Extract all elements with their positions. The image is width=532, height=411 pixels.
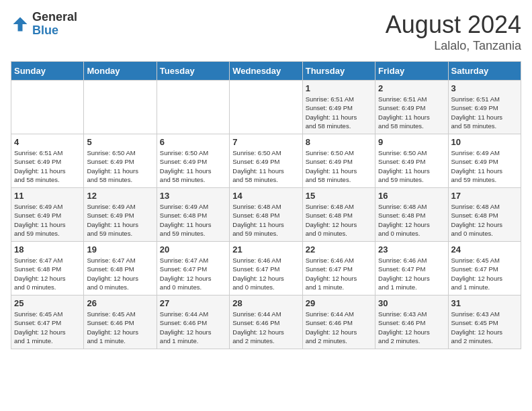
calendar-day-cell: 10Sunrise: 6:49 AM Sunset: 6:49 PM Dayli… — [448, 134, 521, 188]
day-info: Sunrise: 6:50 AM Sunset: 6:49 PM Dayligh… — [232, 148, 299, 184]
day-number: 31 — [451, 298, 518, 308]
calendar-day-cell: 26Sunrise: 6:45 AM Sunset: 6:46 PM Dayli… — [84, 295, 157, 349]
day-info: Sunrise: 6:47 AM Sunset: 6:48 PM Dayligh… — [14, 256, 81, 291]
day-info: Sunrise: 6:49 AM Sunset: 6:49 PM Dayligh… — [87, 202, 153, 238]
calendar-day-cell: 3Sunrise: 6:51 AM Sunset: 6:49 PM Daylig… — [448, 81, 521, 134]
day-number: 29 — [306, 298, 372, 308]
day-number: 12 — [87, 191, 153, 201]
day-number: 21 — [232, 244, 299, 255]
day-info: Sunrise: 6:49 AM Sunset: 6:49 PM Dayligh… — [14, 202, 81, 238]
calendar-day-cell: 29Sunrise: 6:44 AM Sunset: 6:46 PM Dayli… — [302, 295, 375, 349]
calendar-day-cell: 30Sunrise: 6:43 AM Sunset: 6:46 PM Dayli… — [375, 295, 448, 349]
logo-icon — [11, 15, 30, 34]
day-number: 25 — [14, 298, 81, 308]
calendar-day-cell: 20Sunrise: 6:47 AM Sunset: 6:47 PM Dayli… — [157, 242, 229, 295]
calendar-day-cell: 4Sunrise: 6:51 AM Sunset: 6:49 PM Daylig… — [11, 134, 84, 188]
calendar-day-cell: 1Sunrise: 6:51 AM Sunset: 6:49 PM Daylig… — [302, 81, 375, 134]
calendar-day-cell — [11, 81, 84, 134]
day-number: 30 — [378, 298, 445, 308]
day-number: 2 — [378, 83, 445, 93]
svg-marker-0 — [13, 17, 28, 31]
calendar-day-cell: 5Sunrise: 6:50 AM Sunset: 6:49 PM Daylig… — [84, 134, 157, 188]
calendar-day-cell: 18Sunrise: 6:47 AM Sunset: 6:48 PM Dayli… — [11, 242, 84, 295]
day-number: 6 — [160, 137, 226, 147]
weekday-header-cell: Thursday — [302, 62, 375, 81]
day-number: 13 — [160, 191, 226, 201]
calendar-body: 1Sunrise: 6:51 AM Sunset: 6:49 PM Daylig… — [11, 81, 521, 349]
calendar-day-cell: 23Sunrise: 6:46 AM Sunset: 6:47 PM Dayli… — [375, 242, 448, 295]
calendar-day-cell: 22Sunrise: 6:46 AM Sunset: 6:47 PM Dayli… — [302, 242, 375, 295]
calendar-table: SundayMondayTuesdayWednesdayThursdayFrid… — [11, 61, 521, 349]
calendar-week-row: 25Sunrise: 6:45 AM Sunset: 6:47 PM Dayli… — [11, 295, 521, 349]
day-number: 26 — [87, 298, 153, 308]
month-title: August 2024 — [386, 11, 521, 39]
calendar-day-cell: 27Sunrise: 6:44 AM Sunset: 6:46 PM Dayli… — [157, 295, 229, 349]
day-info: Sunrise: 6:45 AM Sunset: 6:46 PM Dayligh… — [87, 310, 153, 345]
calendar-day-cell: 13Sunrise: 6:49 AM Sunset: 6:48 PM Dayli… — [157, 188, 229, 242]
logo-general-text: General — [32, 11, 77, 24]
day-number: 4 — [14, 137, 81, 147]
weekday-header-cell: Wednesday — [230, 62, 302, 81]
day-info: Sunrise: 6:51 AM Sunset: 6:49 PM Dayligh… — [14, 148, 81, 184]
day-info: Sunrise: 6:45 AM Sunset: 6:47 PM Dayligh… — [451, 256, 518, 291]
day-number: 28 — [232, 298, 299, 308]
day-number: 23 — [378, 244, 445, 255]
day-info: Sunrise: 6:47 AM Sunset: 6:48 PM Dayligh… — [87, 256, 153, 291]
calendar-day-cell — [157, 81, 229, 134]
day-number: 1 — [306, 83, 372, 93]
calendar-day-cell: 14Sunrise: 6:48 AM Sunset: 6:48 PM Dayli… — [230, 188, 302, 242]
day-number: 3 — [451, 83, 518, 93]
day-number: 19 — [87, 244, 153, 255]
day-info: Sunrise: 6:48 AM Sunset: 6:48 PM Dayligh… — [451, 202, 518, 238]
day-info: Sunrise: 6:51 AM Sunset: 6:49 PM Dayligh… — [451, 95, 518, 130]
day-info: Sunrise: 6:50 AM Sunset: 6:49 PM Dayligh… — [87, 148, 153, 184]
day-info: Sunrise: 6:44 AM Sunset: 6:46 PM Dayligh… — [232, 310, 299, 345]
day-number: 20 — [160, 244, 226, 255]
day-info: Sunrise: 6:44 AM Sunset: 6:46 PM Dayligh… — [160, 310, 226, 345]
calendar-day-cell: 25Sunrise: 6:45 AM Sunset: 6:47 PM Dayli… — [11, 295, 84, 349]
day-info: Sunrise: 6:49 AM Sunset: 6:49 PM Dayligh… — [451, 148, 518, 184]
logo: General Blue — [11, 11, 77, 38]
day-number: 7 — [232, 137, 299, 147]
calendar-day-cell: 15Sunrise: 6:48 AM Sunset: 6:48 PM Dayli… — [302, 188, 375, 242]
day-number: 16 — [378, 191, 445, 201]
day-info: Sunrise: 6:48 AM Sunset: 6:48 PM Dayligh… — [232, 202, 299, 238]
day-number: 8 — [306, 137, 372, 147]
calendar-day-cell: 19Sunrise: 6:47 AM Sunset: 6:48 PM Dayli… — [84, 242, 157, 295]
day-info: Sunrise: 6:46 AM Sunset: 6:47 PM Dayligh… — [378, 256, 445, 291]
day-info: Sunrise: 6:51 AM Sunset: 6:49 PM Dayligh… — [378, 95, 445, 130]
day-number: 17 — [451, 191, 518, 201]
day-info: Sunrise: 6:45 AM Sunset: 6:47 PM Dayligh… — [14, 310, 81, 345]
weekday-header-cell: Tuesday — [157, 62, 229, 81]
weekday-header-row: SundayMondayTuesdayWednesdayThursdayFrid… — [11, 62, 521, 81]
day-number: 9 — [378, 137, 445, 147]
calendar-week-row: 18Sunrise: 6:47 AM Sunset: 6:48 PM Dayli… — [11, 242, 521, 295]
calendar-day-cell: 24Sunrise: 6:45 AM Sunset: 6:47 PM Dayli… — [448, 242, 521, 295]
day-number: 15 — [306, 191, 372, 201]
calendar-week-row: 1Sunrise: 6:51 AM Sunset: 6:49 PM Daylig… — [11, 81, 521, 134]
day-info: Sunrise: 6:46 AM Sunset: 6:47 PM Dayligh… — [232, 256, 299, 291]
day-number: 22 — [306, 244, 372, 255]
calendar-day-cell: 21Sunrise: 6:46 AM Sunset: 6:47 PM Dayli… — [230, 242, 302, 295]
weekday-header-cell: Monday — [84, 62, 157, 81]
calendar-day-cell: 11Sunrise: 6:49 AM Sunset: 6:49 PM Dayli… — [11, 188, 84, 242]
weekday-header-cell: Saturday — [448, 62, 521, 81]
calendar-day-cell — [230, 81, 302, 134]
calendar-day-cell: 12Sunrise: 6:49 AM Sunset: 6:49 PM Dayli… — [84, 188, 157, 242]
day-info: Sunrise: 6:51 AM Sunset: 6:49 PM Dayligh… — [306, 95, 372, 130]
day-info: Sunrise: 6:46 AM Sunset: 6:47 PM Dayligh… — [306, 256, 372, 291]
calendar-day-cell: 8Sunrise: 6:50 AM Sunset: 6:49 PM Daylig… — [302, 134, 375, 188]
calendar-day-cell: 7Sunrise: 6:50 AM Sunset: 6:49 PM Daylig… — [230, 134, 302, 188]
day-number: 27 — [160, 298, 226, 308]
day-info: Sunrise: 6:48 AM Sunset: 6:48 PM Dayligh… — [378, 202, 445, 238]
day-number: 18 — [14, 244, 81, 255]
day-info: Sunrise: 6:44 AM Sunset: 6:46 PM Dayligh… — [306, 310, 372, 345]
calendar-day-cell — [84, 81, 157, 134]
calendar-day-cell: 17Sunrise: 6:48 AM Sunset: 6:48 PM Dayli… — [448, 188, 521, 242]
weekday-header-cell: Sunday — [11, 62, 84, 81]
title-block: August 2024 Lalalo, Tanzania — [386, 11, 521, 53]
calendar-week-row: 4Sunrise: 6:51 AM Sunset: 6:49 PM Daylig… — [11, 134, 521, 188]
page-header: General Blue August 2024 Lalalo, Tanzani… — [11, 11, 521, 53]
calendar-day-cell: 16Sunrise: 6:48 AM Sunset: 6:48 PM Dayli… — [375, 188, 448, 242]
logo-blue-text: Blue — [32, 24, 77, 38]
